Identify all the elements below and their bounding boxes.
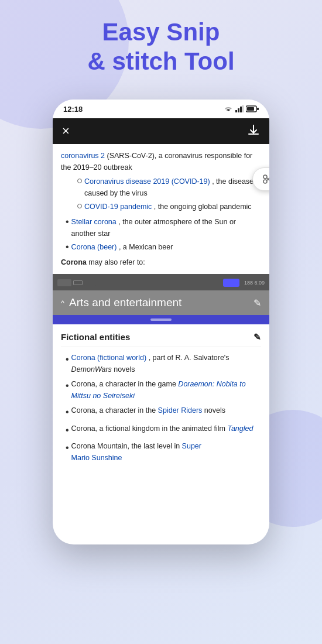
cut-icon (262, 174, 269, 184)
wiki-snip-2: Fictional entities ✎ • Corona (fictional… (53, 324, 269, 471)
stitch-time: 188 6:09 (244, 280, 265, 286)
download-icon (247, 124, 260, 136)
wifi-icon (224, 105, 233, 112)
section-edit-icon[interactable]: ✎ (254, 330, 261, 344)
corona2-link[interactable]: coronavirus 2 (61, 152, 105, 160)
stitch-bar: 188 6:09 (53, 275, 269, 290)
arts-edit-icon[interactable]: ✎ (254, 297, 261, 309)
corona-beer-link[interactable]: Corona (beer) (71, 243, 117, 251)
signal-icon (235, 105, 244, 112)
stellar-corona-link[interactable]: Stellar corona (71, 218, 117, 226)
svg-rect-1 (238, 108, 239, 112)
status-icons (224, 105, 259, 112)
list-item: • Corona Mountain, the last level in Sup… (66, 440, 261, 464)
list-item: • Corona (fictional world) , part of R. … (66, 352, 261, 375)
section-title: Fictional entities (61, 330, 130, 344)
content-area: coronavirus 2 (SARS-CoV-2), a coronaviru… (53, 144, 269, 471)
literature-header: Literature ✎ (61, 468, 261, 471)
svg-rect-6 (257, 108, 259, 110)
covid-pandemic-text: , the ongoing global pandemic (154, 203, 252, 211)
list-item: • Corona, a character in the Spider Ride… (66, 405, 261, 420)
cut-button[interactable]: Cut (252, 167, 269, 191)
app-bar: × (53, 118, 269, 144)
corona-beer-text: , a Mexican beer (119, 243, 173, 251)
list-item: • Corona, a character in the game Doraem… (66, 378, 261, 402)
svg-rect-0 (235, 110, 237, 112)
app-title: Easy Snip & stitch Tool (12, 18, 310, 77)
status-time: 12:18 (63, 105, 83, 114)
close-button[interactable]: × (62, 124, 70, 139)
drag-handle[interactable] (53, 315, 269, 324)
literature-title: Literature (61, 468, 101, 471)
svg-rect-5 (247, 107, 254, 111)
refer-line: Corona may also refer to: (61, 256, 261, 268)
literature-edit-icon[interactable]: ✎ (254, 468, 261, 471)
fictional-entities-header: Fictional entities ✎ (61, 330, 261, 347)
phone-mockup: 12:18 × (53, 100, 269, 544)
arts-caret-icon: ^ (61, 299, 64, 307)
stitch-indicator (223, 279, 239, 287)
battery-icon (246, 105, 259, 112)
arts-header: ^ Arts and entertainment ✎ (53, 290, 269, 315)
arts-label: Arts and entertainment (69, 296, 181, 309)
covid-pandemic-link[interactable]: COVID-19 pandemic (84, 203, 152, 211)
download-button[interactable] (247, 124, 260, 139)
spider-riders-link[interactable]: Spider Riders (158, 406, 203, 415)
status-bar: 12:18 (53, 100, 269, 118)
list-item: • Corona, a fictional kingdom in the ani… (66, 423, 261, 438)
svg-rect-3 (242, 105, 244, 112)
svg-rect-2 (240, 107, 242, 112)
wiki-snip-1: coronavirus 2 (SARS-CoV-2), a coronaviru… (53, 144, 269, 275)
app-title-section: Easy Snip & stitch Tool (0, 0, 322, 88)
corona-fictional-link[interactable]: Corona (fictional world) (71, 354, 147, 362)
covid-disease-link[interactable]: Coronavirus disease 2019 (COVID-19) (84, 177, 210, 186)
tangled-link[interactable]: Tangled (227, 424, 253, 433)
cut-button-wrapper: Cut (252, 167, 269, 191)
